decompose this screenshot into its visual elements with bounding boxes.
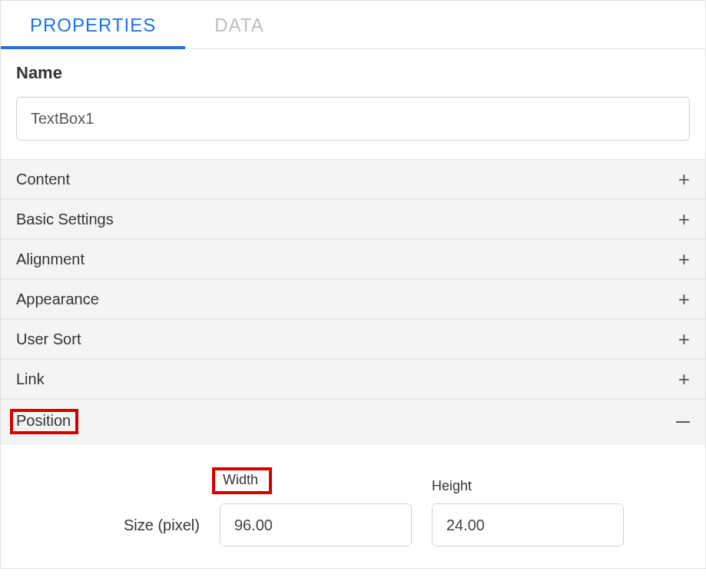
minus-icon: [676, 420, 690, 424]
section-position-label: Position: [10, 409, 78, 434]
name-label: Name: [16, 63, 690, 83]
properties-panel: PROPERTIES DATA Name Content + Basic Set…: [0, 0, 706, 569]
plus-icon: +: [678, 369, 690, 389]
position-body: Size (pixel) Width: [1, 444, 705, 568]
section-position-header[interactable]: Position: [1, 400, 705, 444]
section-link-label: Link: [16, 370, 45, 388]
height-spinner: [432, 503, 624, 546]
section-content-header[interactable]: Content +: [1, 160, 705, 199]
height-field: Height: [432, 478, 624, 546]
section-basic-settings-header[interactable]: Basic Settings +: [1, 200, 705, 239]
tab-properties[interactable]: PROPERTIES: [1, 1, 185, 48]
width-label-wrap: Width: [212, 467, 412, 494]
section-alignment: Alignment +: [1, 239, 705, 279]
width-label: Width: [212, 467, 272, 494]
section-user-sort-header[interactable]: User Sort +: [1, 320, 705, 359]
svg-rect-0: [676, 421, 690, 423]
section-position: Position Size (pixel) Width: [1, 399, 705, 568]
section-basic-settings-label: Basic Settings: [16, 211, 114, 228]
section-link-header[interactable]: Link +: [1, 360, 705, 399]
tab-bar: PROPERTIES DATA: [1, 1, 705, 49]
tab-data[interactable]: DATA: [185, 1, 293, 48]
section-basic-settings: Basic Settings +: [1, 199, 705, 239]
name-section: Name: [1, 49, 705, 159]
section-alignment-header[interactable]: Alignment +: [1, 240, 705, 279]
plus-icon: +: [678, 249, 690, 269]
height-label: Height: [432, 478, 624, 494]
section-link: Link +: [1, 359, 705, 399]
name-input[interactable]: [16, 97, 690, 141]
width-input[interactable]: [220, 504, 412, 546]
size-pixel-label: Size (pixel): [124, 517, 200, 546]
section-content-label: Content: [16, 171, 70, 188]
height-input[interactable]: [433, 504, 624, 546]
plus-icon: +: [678, 169, 690, 189]
section-user-sort-label: User Sort: [16, 331, 81, 348]
plus-icon: +: [678, 329, 690, 349]
plus-icon: +: [678, 289, 690, 309]
section-appearance-label: Appearance: [16, 291, 99, 308]
width-spinner: [220, 503, 412, 546]
section-appearance: Appearance +: [1, 279, 705, 319]
section-content: Content +: [1, 159, 705, 199]
width-field: Width: [220, 467, 412, 546]
section-alignment-label: Alignment: [16, 251, 85, 268]
section-appearance-header[interactable]: Appearance +: [1, 280, 705, 319]
plus-icon: +: [678, 209, 690, 229]
section-user-sort: User Sort +: [1, 319, 705, 359]
